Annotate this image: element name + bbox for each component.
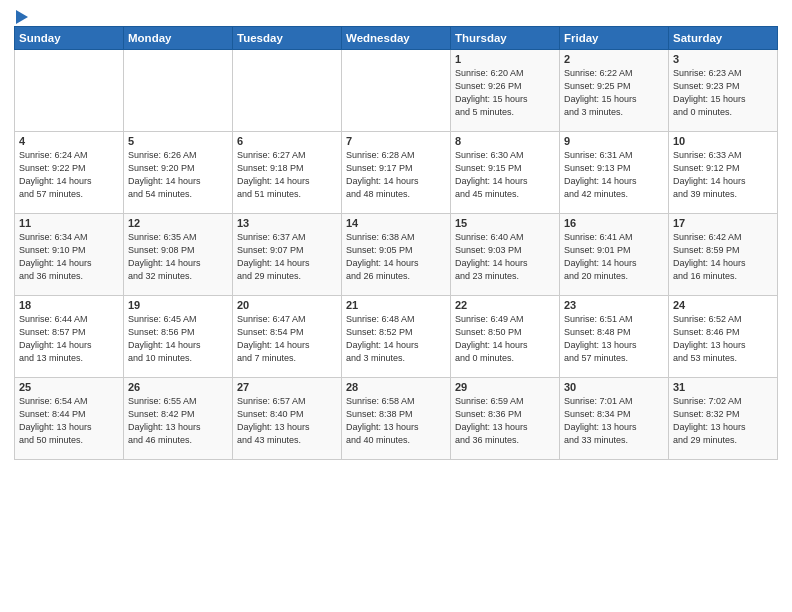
calendar-cell: 14Sunrise: 6:38 AM Sunset: 9:05 PM Dayli… <box>342 214 451 296</box>
calendar-cell: 24Sunrise: 6:52 AM Sunset: 8:46 PM Dayli… <box>669 296 778 378</box>
calendar-cell: 27Sunrise: 6:57 AM Sunset: 8:40 PM Dayli… <box>233 378 342 460</box>
day-number: 30 <box>564 381 664 393</box>
day-info: Sunrise: 6:34 AM Sunset: 9:10 PM Dayligh… <box>19 231 119 283</box>
day-info: Sunrise: 6:23 AM Sunset: 9:23 PM Dayligh… <box>673 67 773 119</box>
day-number: 22 <box>455 299 555 311</box>
calendar-week: 25Sunrise: 6:54 AM Sunset: 8:44 PM Dayli… <box>15 378 778 460</box>
header-day: Wednesday <box>342 27 451 50</box>
header-day: Monday <box>124 27 233 50</box>
day-number: 21 <box>346 299 446 311</box>
day-number: 26 <box>128 381 228 393</box>
calendar-cell: 19Sunrise: 6:45 AM Sunset: 8:56 PM Dayli… <box>124 296 233 378</box>
header-row: SundayMondayTuesdayWednesdayThursdayFrid… <box>15 27 778 50</box>
calendar-cell: 21Sunrise: 6:48 AM Sunset: 8:52 PM Dayli… <box>342 296 451 378</box>
day-number: 12 <box>128 217 228 229</box>
day-info: Sunrise: 6:47 AM Sunset: 8:54 PM Dayligh… <box>237 313 337 365</box>
day-number: 17 <box>673 217 773 229</box>
day-number: 14 <box>346 217 446 229</box>
day-info: Sunrise: 6:45 AM Sunset: 8:56 PM Dayligh… <box>128 313 228 365</box>
calendar-cell: 3Sunrise: 6:23 AM Sunset: 9:23 PM Daylig… <box>669 50 778 132</box>
day-number: 28 <box>346 381 446 393</box>
day-number: 16 <box>564 217 664 229</box>
day-info: Sunrise: 6:48 AM Sunset: 8:52 PM Dayligh… <box>346 313 446 365</box>
day-number: 3 <box>673 53 773 65</box>
calendar-cell: 20Sunrise: 6:47 AM Sunset: 8:54 PM Dayli… <box>233 296 342 378</box>
calendar-header: SundayMondayTuesdayWednesdayThursdayFrid… <box>15 27 778 50</box>
calendar-cell: 5Sunrise: 6:26 AM Sunset: 9:20 PM Daylig… <box>124 132 233 214</box>
day-number: 9 <box>564 135 664 147</box>
calendar-week: 11Sunrise: 6:34 AM Sunset: 9:10 PM Dayli… <box>15 214 778 296</box>
day-info: Sunrise: 6:31 AM Sunset: 9:13 PM Dayligh… <box>564 149 664 201</box>
day-info: Sunrise: 6:26 AM Sunset: 9:20 PM Dayligh… <box>128 149 228 201</box>
day-number: 2 <box>564 53 664 65</box>
day-info: Sunrise: 6:49 AM Sunset: 8:50 PM Dayligh… <box>455 313 555 365</box>
logo-arrow-icon <box>16 10 28 24</box>
calendar-cell: 16Sunrise: 6:41 AM Sunset: 9:01 PM Dayli… <box>560 214 669 296</box>
day-number: 29 <box>455 381 555 393</box>
header-day: Thursday <box>451 27 560 50</box>
day-number: 5 <box>128 135 228 147</box>
day-info: Sunrise: 6:51 AM Sunset: 8:48 PM Dayligh… <box>564 313 664 365</box>
calendar-cell: 12Sunrise: 6:35 AM Sunset: 9:08 PM Dayli… <box>124 214 233 296</box>
day-info: Sunrise: 6:20 AM Sunset: 9:26 PM Dayligh… <box>455 67 555 119</box>
day-info: Sunrise: 6:40 AM Sunset: 9:03 PM Dayligh… <box>455 231 555 283</box>
day-info: Sunrise: 6:35 AM Sunset: 9:08 PM Dayligh… <box>128 231 228 283</box>
calendar-week: 18Sunrise: 6:44 AM Sunset: 8:57 PM Dayli… <box>15 296 778 378</box>
calendar-week: 1Sunrise: 6:20 AM Sunset: 9:26 PM Daylig… <box>15 50 778 132</box>
logo <box>14 10 28 20</box>
calendar-week: 4Sunrise: 6:24 AM Sunset: 9:22 PM Daylig… <box>15 132 778 214</box>
calendar-cell <box>124 50 233 132</box>
day-info: Sunrise: 6:24 AM Sunset: 9:22 PM Dayligh… <box>19 149 119 201</box>
calendar-cell: 9Sunrise: 6:31 AM Sunset: 9:13 PM Daylig… <box>560 132 669 214</box>
day-number: 1 <box>455 53 555 65</box>
header-day: Sunday <box>15 27 124 50</box>
day-info: Sunrise: 6:54 AM Sunset: 8:44 PM Dayligh… <box>19 395 119 447</box>
day-info: Sunrise: 6:44 AM Sunset: 8:57 PM Dayligh… <box>19 313 119 365</box>
calendar-table: SundayMondayTuesdayWednesdayThursdayFrid… <box>14 26 778 460</box>
day-number: 11 <box>19 217 119 229</box>
day-info: Sunrise: 7:02 AM Sunset: 8:32 PM Dayligh… <box>673 395 773 447</box>
day-info: Sunrise: 6:59 AM Sunset: 8:36 PM Dayligh… <box>455 395 555 447</box>
calendar-cell: 8Sunrise: 6:30 AM Sunset: 9:15 PM Daylig… <box>451 132 560 214</box>
day-number: 20 <box>237 299 337 311</box>
day-info: Sunrise: 7:01 AM Sunset: 8:34 PM Dayligh… <box>564 395 664 447</box>
page-container: SundayMondayTuesdayWednesdayThursdayFrid… <box>0 0 792 468</box>
day-number: 4 <box>19 135 119 147</box>
day-info: Sunrise: 6:55 AM Sunset: 8:42 PM Dayligh… <box>128 395 228 447</box>
day-number: 25 <box>19 381 119 393</box>
calendar-cell: 11Sunrise: 6:34 AM Sunset: 9:10 PM Dayli… <box>15 214 124 296</box>
day-info: Sunrise: 6:27 AM Sunset: 9:18 PM Dayligh… <box>237 149 337 201</box>
day-number: 7 <box>346 135 446 147</box>
calendar-cell: 2Sunrise: 6:22 AM Sunset: 9:25 PM Daylig… <box>560 50 669 132</box>
calendar-cell: 13Sunrise: 6:37 AM Sunset: 9:07 PM Dayli… <box>233 214 342 296</box>
day-number: 24 <box>673 299 773 311</box>
calendar-cell: 26Sunrise: 6:55 AM Sunset: 8:42 PM Dayli… <box>124 378 233 460</box>
day-info: Sunrise: 6:30 AM Sunset: 9:15 PM Dayligh… <box>455 149 555 201</box>
day-info: Sunrise: 6:22 AM Sunset: 9:25 PM Dayligh… <box>564 67 664 119</box>
calendar-cell: 25Sunrise: 6:54 AM Sunset: 8:44 PM Dayli… <box>15 378 124 460</box>
header-day: Friday <box>560 27 669 50</box>
day-info: Sunrise: 6:42 AM Sunset: 8:59 PM Dayligh… <box>673 231 773 283</box>
calendar-body: 1Sunrise: 6:20 AM Sunset: 9:26 PM Daylig… <box>15 50 778 460</box>
day-number: 23 <box>564 299 664 311</box>
calendar-cell: 15Sunrise: 6:40 AM Sunset: 9:03 PM Dayli… <box>451 214 560 296</box>
calendar-cell: 10Sunrise: 6:33 AM Sunset: 9:12 PM Dayli… <box>669 132 778 214</box>
day-number: 10 <box>673 135 773 147</box>
day-number: 19 <box>128 299 228 311</box>
calendar-cell: 29Sunrise: 6:59 AM Sunset: 8:36 PM Dayli… <box>451 378 560 460</box>
calendar-cell: 17Sunrise: 6:42 AM Sunset: 8:59 PM Dayli… <box>669 214 778 296</box>
calendar-cell: 30Sunrise: 7:01 AM Sunset: 8:34 PM Dayli… <box>560 378 669 460</box>
day-info: Sunrise: 6:37 AM Sunset: 9:07 PM Dayligh… <box>237 231 337 283</box>
day-number: 6 <box>237 135 337 147</box>
calendar-cell <box>15 50 124 132</box>
day-number: 15 <box>455 217 555 229</box>
day-info: Sunrise: 6:33 AM Sunset: 9:12 PM Dayligh… <box>673 149 773 201</box>
day-number: 13 <box>237 217 337 229</box>
day-info: Sunrise: 6:52 AM Sunset: 8:46 PM Dayligh… <box>673 313 773 365</box>
calendar-cell: 7Sunrise: 6:28 AM Sunset: 9:17 PM Daylig… <box>342 132 451 214</box>
calendar-cell: 4Sunrise: 6:24 AM Sunset: 9:22 PM Daylig… <box>15 132 124 214</box>
calendar-cell: 28Sunrise: 6:58 AM Sunset: 8:38 PM Dayli… <box>342 378 451 460</box>
calendar-cell: 23Sunrise: 6:51 AM Sunset: 8:48 PM Dayli… <box>560 296 669 378</box>
header-day: Tuesday <box>233 27 342 50</box>
calendar-cell: 18Sunrise: 6:44 AM Sunset: 8:57 PM Dayli… <box>15 296 124 378</box>
